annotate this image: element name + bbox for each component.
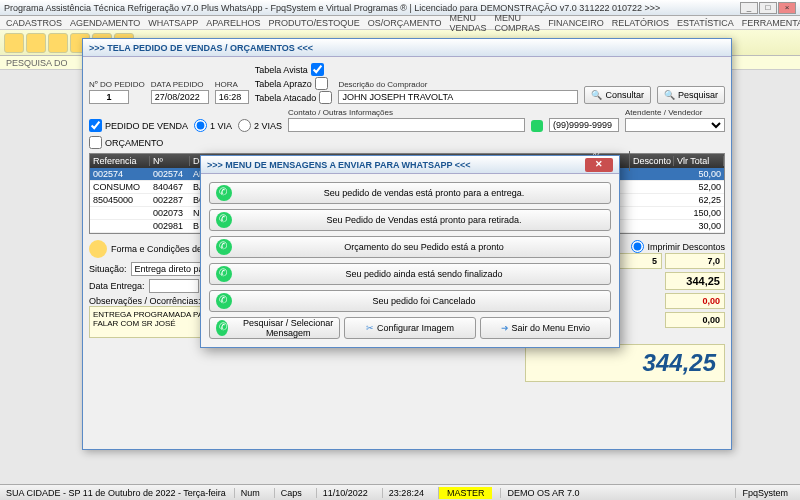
- toolbar-icon[interactable]: [48, 33, 68, 53]
- whatsapp-icon: [216, 320, 228, 336]
- menu-item[interactable]: OS/ORÇAMENTO: [368, 18, 442, 28]
- window-title: >>> TELA PEDIDO DE VENDAS / ORÇAMENTOS <…: [83, 39, 731, 57]
- menu-item[interactable]: PRODUTO/ESTOQUE: [269, 18, 360, 28]
- buyer-name-input[interactable]: [338, 90, 578, 104]
- whatsapp-message-button[interactable]: Seu Pedido de Vendas está pronto para re…: [209, 209, 611, 231]
- order-number-input[interactable]: [89, 90, 129, 104]
- contact-input[interactable]: [288, 118, 525, 132]
- menu-item[interactable]: MENU COMPRAS: [495, 13, 541, 33]
- menu-item[interactable]: AGENDAMENTO: [70, 18, 140, 28]
- minimize-button[interactable]: _: [740, 2, 758, 14]
- forma-label: Forma e Condições de: [111, 244, 202, 254]
- whatsapp-icon: [216, 266, 232, 282]
- toolbar-icon[interactable]: [26, 33, 46, 53]
- data-entrega-label: Data Entrega:: [89, 281, 145, 291]
- app-titlebar: Programa Assistência Técnica Refrigeraçã…: [0, 0, 800, 16]
- obs-label: Observações / Ocorrências:: [89, 296, 201, 306]
- tabela-avista-check[interactable]: [311, 63, 324, 76]
- imprimir-desc-radio[interactable]: [631, 240, 644, 253]
- order-date-input[interactable]: [151, 90, 209, 104]
- toolbar-icon[interactable]: [4, 33, 24, 53]
- whatsapp-icon: [216, 293, 232, 309]
- phone-input[interactable]: [549, 118, 619, 132]
- whatsapp-message-button[interactable]: Seu pedido de vendas está pronto para a …: [209, 182, 611, 204]
- sair-menu-button[interactable]: ➜Sair do Menu Envio: [480, 317, 611, 339]
- app-title: Programa Assistência Técnica Refrigeraçã…: [4, 3, 660, 13]
- gear-icon: ✂: [366, 323, 374, 333]
- statusbar: SUA CIDADE - SP 11 de Outubro de 2022 - …: [0, 484, 800, 500]
- dialog-close-button[interactable]: ✕: [585, 158, 613, 172]
- atendente-select[interactable]: [625, 118, 725, 132]
- status-date: SUA CIDADE - SP 11 de Outubro de 2022 - …: [6, 488, 226, 498]
- whatsapp-message-button[interactable]: Seu pedido ainda está sendo finalizado: [209, 263, 611, 285]
- via2-radio[interactable]: [238, 119, 251, 132]
- pesquisar-button[interactable]: 🔍Pesquisar: [657, 86, 725, 104]
- whatsapp-icon: [216, 212, 232, 228]
- whatsapp-message-button[interactable]: Orçamento do seu Pedido está a pronto: [209, 236, 611, 258]
- menu-item[interactable]: FINANCEIRO: [548, 18, 604, 28]
- grand-total: 344,25: [525, 344, 725, 382]
- menu-item[interactable]: APARELHOS: [206, 18, 260, 28]
- search-label: PESQUISA DO: [6, 58, 68, 68]
- tabela-atacado-check[interactable]: [319, 91, 332, 104]
- config-imagem-button[interactable]: ✂Configurar Imagem: [344, 317, 475, 339]
- coin-icon: [89, 240, 107, 258]
- menu-item[interactable]: WHATSAPP: [148, 18, 198, 28]
- menu-item[interactable]: FERRAMENTAS: [742, 18, 800, 28]
- data-entrega-input[interactable]: [149, 279, 199, 293]
- tabela-aprazo-check[interactable]: [315, 77, 328, 90]
- menu-item[interactable]: MENU VENDAS: [450, 13, 487, 33]
- order-time-input[interactable]: [215, 90, 249, 104]
- consultar-button[interactable]: 🔍Consultar: [584, 86, 651, 104]
- exit-icon: ➜: [501, 323, 509, 333]
- pesquisar-msg-button[interactable]: Pesquisar / Selecionar Mensagem: [209, 317, 340, 339]
- whatsapp-icon: [216, 185, 232, 201]
- whatsapp-icon: [216, 239, 232, 255]
- window-buttons: _ □ ×: [740, 2, 796, 14]
- pedido-venda-check[interactable]: [89, 119, 102, 132]
- whatsapp-message-button[interactable]: Seu pedido foi Cancelado: [209, 290, 611, 312]
- maximize-button[interactable]: □: [759, 2, 777, 14]
- orcamento-check[interactable]: [89, 136, 102, 149]
- menu-item[interactable]: CADASTROS: [6, 18, 62, 28]
- menu-item[interactable]: ESTATÍSTICA: [677, 18, 734, 28]
- close-button[interactable]: ×: [778, 2, 796, 14]
- situacao-label: Situação:: [89, 264, 127, 274]
- master-badge: MASTER: [438, 487, 493, 499]
- menubar: CADASTROS AGENDAMENTO WHATSAPP APARELHOS…: [0, 16, 800, 30]
- whatsapp-messages-dialog: >>> MENU DE MENSAGENS A ENVIAR PARA WHAT…: [200, 155, 620, 348]
- via1-radio[interactable]: [194, 119, 207, 132]
- whatsapp-icon[interactable]: [531, 120, 543, 132]
- menu-item[interactable]: RELATÓRIOS: [612, 18, 669, 28]
- dialog-title: >>> MENU DE MENSAGENS A ENVIAR PARA WHAT…: [207, 160, 471, 170]
